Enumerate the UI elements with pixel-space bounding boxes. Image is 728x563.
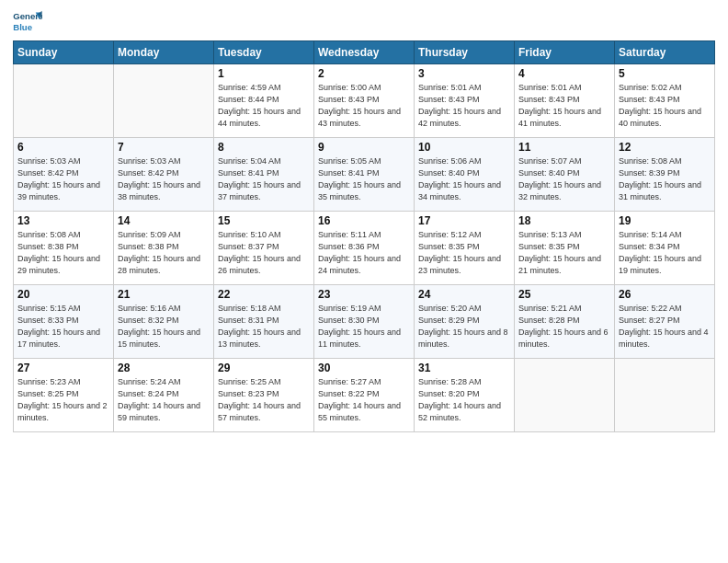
- calendar-cell: 28Sunrise: 5:24 AM Sunset: 8:24 PM Dayli…: [114, 359, 214, 432]
- day-info: Sunrise: 5:23 AM Sunset: 8:25 PM Dayligh…: [17, 376, 109, 424]
- day-info: Sunrise: 5:13 AM Sunset: 8:35 PM Dayligh…: [518, 229, 610, 277]
- day-info: Sunrise: 5:08 AM Sunset: 8:38 PM Dayligh…: [17, 229, 109, 277]
- weekday-header-tuesday: Tuesday: [214, 41, 314, 64]
- day-info: Sunrise: 5:18 AM Sunset: 8:31 PM Dayligh…: [218, 303, 310, 350]
- calendar-cell: 4Sunrise: 5:01 AM Sunset: 8:43 PM Daylig…: [515, 64, 615, 138]
- calendar-cell: 1Sunrise: 4:59 AM Sunset: 8:44 PM Daylig…: [214, 64, 314, 138]
- day-info: Sunrise: 5:03 AM Sunset: 8:42 PM Dayligh…: [118, 155, 210, 203]
- calendar-cell: 3Sunrise: 5:01 AM Sunset: 8:43 PM Daylig…: [415, 64, 515, 138]
- day-number: 12: [619, 141, 711, 154]
- calendar-cell: 2Sunrise: 5:00 AM Sunset: 8:43 PM Daylig…: [314, 64, 415, 138]
- weekday-header-monday: Monday: [114, 41, 214, 64]
- day-number: 6: [17, 141, 109, 154]
- day-number: 13: [17, 214, 109, 227]
- day-number: 21: [118, 288, 210, 301]
- day-info: Sunrise: 5:05 AM Sunset: 8:41 PM Dayligh…: [318, 155, 410, 203]
- calendar-cell: 15Sunrise: 5:10 AM Sunset: 8:37 PM Dayli…: [214, 212, 314, 285]
- day-info: Sunrise: 5:07 AM Sunset: 8:40 PM Dayligh…: [518, 155, 610, 203]
- day-number: 19: [619, 214, 711, 227]
- calendar-cell: 27Sunrise: 5:23 AM Sunset: 8:25 PM Dayli…: [14, 359, 114, 432]
- day-number: 20: [17, 288, 109, 301]
- day-info: Sunrise: 5:11 AM Sunset: 8:36 PM Dayligh…: [318, 229, 410, 277]
- calendar-cell: 24Sunrise: 5:20 AM Sunset: 8:29 PM Dayli…: [415, 285, 515, 359]
- calendar-table: SundayMondayTuesdayWednesdayThursdayFrid…: [13, 40, 715, 432]
- day-info: Sunrise: 5:27 AM Sunset: 8:22 PM Dayligh…: [318, 376, 410, 424]
- calendar-cell: 19Sunrise: 5:14 AM Sunset: 8:34 PM Dayli…: [615, 212, 715, 285]
- week-row-4: 20Sunrise: 5:15 AM Sunset: 8:33 PM Dayli…: [14, 285, 715, 359]
- week-row-1: 1Sunrise: 4:59 AM Sunset: 8:44 PM Daylig…: [14, 64, 715, 138]
- calendar-cell: 20Sunrise: 5:15 AM Sunset: 8:33 PM Dayli…: [14, 285, 114, 359]
- calendar-cell: 11Sunrise: 5:07 AM Sunset: 8:40 PM Dayli…: [515, 138, 615, 212]
- calendar-cell: [114, 64, 214, 138]
- day-info: Sunrise: 5:24 AM Sunset: 8:24 PM Dayligh…: [118, 376, 210, 424]
- day-number: 11: [518, 141, 610, 154]
- logo-icon: General Blue: [13, 9, 42, 35]
- day-number: 22: [218, 288, 310, 301]
- day-number: 3: [418, 67, 510, 80]
- day-info: Sunrise: 5:25 AM Sunset: 8:23 PM Dayligh…: [218, 376, 310, 424]
- day-info: Sunrise: 5:14 AM Sunset: 8:34 PM Dayligh…: [619, 229, 711, 277]
- day-number: 9: [318, 141, 410, 154]
- day-info: Sunrise: 5:28 AM Sunset: 8:20 PM Dayligh…: [418, 376, 510, 424]
- calendar-cell: 23Sunrise: 5:19 AM Sunset: 8:30 PM Dayli…: [314, 285, 415, 359]
- calendar-cell: 16Sunrise: 5:11 AM Sunset: 8:36 PM Dayli…: [314, 212, 415, 285]
- day-number: 4: [518, 67, 610, 80]
- day-info: Sunrise: 5:01 AM Sunset: 8:43 PM Dayligh…: [418, 82, 510, 130]
- day-info: Sunrise: 5:12 AM Sunset: 8:35 PM Dayligh…: [418, 229, 510, 277]
- calendar-cell: 22Sunrise: 5:18 AM Sunset: 8:31 PM Dayli…: [214, 285, 314, 359]
- calendar-cell: 18Sunrise: 5:13 AM Sunset: 8:35 PM Dayli…: [515, 212, 615, 285]
- day-info: Sunrise: 5:21 AM Sunset: 8:28 PM Dayligh…: [518, 303, 610, 350]
- weekday-header-thursday: Thursday: [415, 41, 515, 64]
- week-row-3: 13Sunrise: 5:08 AM Sunset: 8:38 PM Dayli…: [14, 212, 715, 285]
- day-number: 28: [118, 362, 210, 374]
- day-info: Sunrise: 5:15 AM Sunset: 8:33 PM Dayligh…: [17, 303, 109, 350]
- day-info: Sunrise: 5:08 AM Sunset: 8:39 PM Dayligh…: [619, 155, 711, 203]
- day-info: Sunrise: 5:02 AM Sunset: 8:43 PM Dayligh…: [619, 82, 711, 130]
- day-number: 27: [17, 362, 109, 374]
- week-row-5: 27Sunrise: 5:23 AM Sunset: 8:25 PM Dayli…: [14, 359, 715, 432]
- day-number: 26: [619, 288, 711, 301]
- day-info: Sunrise: 5:16 AM Sunset: 8:32 PM Dayligh…: [118, 303, 210, 350]
- day-number: 2: [318, 67, 410, 80]
- day-number: 29: [218, 362, 310, 374]
- calendar-cell: [14, 64, 114, 138]
- day-number: 25: [518, 288, 610, 301]
- day-info: Sunrise: 5:04 AM Sunset: 8:41 PM Dayligh…: [218, 155, 310, 203]
- calendar-cell: 10Sunrise: 5:06 AM Sunset: 8:40 PM Dayli…: [415, 138, 515, 212]
- calendar-cell: [515, 359, 615, 432]
- day-number: 7: [118, 141, 210, 154]
- day-info: Sunrise: 5:03 AM Sunset: 8:42 PM Dayligh…: [17, 155, 109, 203]
- calendar-cell: 9Sunrise: 5:05 AM Sunset: 8:41 PM Daylig…: [314, 138, 415, 212]
- weekday-header-wednesday: Wednesday: [314, 41, 415, 64]
- day-number: 23: [318, 288, 410, 301]
- calendar-cell: 29Sunrise: 5:25 AM Sunset: 8:23 PM Dayli…: [214, 359, 314, 432]
- day-info: Sunrise: 5:00 AM Sunset: 8:43 PM Dayligh…: [318, 82, 410, 130]
- weekday-header-row: SundayMondayTuesdayWednesdayThursdayFrid…: [14, 41, 715, 64]
- day-number: 18: [518, 214, 610, 227]
- day-number: 31: [418, 362, 510, 374]
- day-number: 8: [218, 141, 310, 154]
- svg-text:Blue: Blue: [13, 22, 32, 32]
- page-header: General Blue: [13, 9, 715, 35]
- day-info: Sunrise: 5:19 AM Sunset: 8:30 PM Dayligh…: [318, 303, 410, 350]
- day-info: Sunrise: 5:20 AM Sunset: 8:29 PM Dayligh…: [418, 303, 510, 350]
- calendar-cell: 12Sunrise: 5:08 AM Sunset: 8:39 PM Dayli…: [615, 138, 715, 212]
- day-info: Sunrise: 5:22 AM Sunset: 8:27 PM Dayligh…: [619, 303, 711, 350]
- calendar-cell: 25Sunrise: 5:21 AM Sunset: 8:28 PM Dayli…: [515, 285, 615, 359]
- day-info: Sunrise: 5:10 AM Sunset: 8:37 PM Dayligh…: [218, 229, 310, 277]
- calendar-cell: 13Sunrise: 5:08 AM Sunset: 8:38 PM Dayli…: [14, 212, 114, 285]
- day-number: 15: [218, 214, 310, 227]
- calendar-cell: 5Sunrise: 5:02 AM Sunset: 8:43 PM Daylig…: [615, 64, 715, 138]
- calendar-cell: 26Sunrise: 5:22 AM Sunset: 8:27 PM Dayli…: [615, 285, 715, 359]
- calendar-cell: 14Sunrise: 5:09 AM Sunset: 8:38 PM Dayli…: [114, 212, 214, 285]
- day-info: Sunrise: 4:59 AM Sunset: 8:44 PM Dayligh…: [218, 82, 310, 130]
- day-info: Sunrise: 5:06 AM Sunset: 8:40 PM Dayligh…: [418, 155, 510, 203]
- day-number: 30: [318, 362, 410, 374]
- day-number: 24: [418, 288, 510, 301]
- calendar-cell: 8Sunrise: 5:04 AM Sunset: 8:41 PM Daylig…: [214, 138, 314, 212]
- calendar-cell: 17Sunrise: 5:12 AM Sunset: 8:35 PM Dayli…: [415, 212, 515, 285]
- logo: General Blue: [13, 9, 42, 35]
- calendar-cell: 6Sunrise: 5:03 AM Sunset: 8:42 PM Daylig…: [14, 138, 114, 212]
- day-number: 5: [619, 67, 711, 80]
- day-number: 14: [118, 214, 210, 227]
